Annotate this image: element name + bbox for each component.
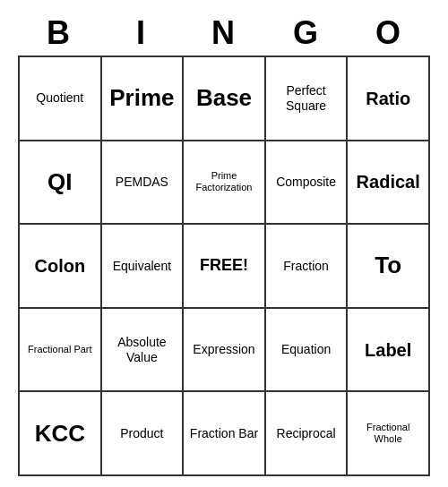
cell-text-r0-c4: Ratio [366,88,410,109]
cell-r3-c2: Expression [184,309,266,393]
cell-r3-c3: Equation [266,309,349,393]
cell-text-r4-c3: Reciprocal [277,426,336,441]
cell-text-r3-c3: Equation [281,342,331,357]
cell-text-r3-c1: Absolute Value [106,335,179,365]
cell-r4-c0: KCC [20,392,102,476]
cell-r4-c4: Fractional Whole [348,392,430,476]
cell-text-r2-c2: FREE! [200,256,248,276]
cell-r1-c0: QI [20,141,102,226]
cell-text-r1-c4: Radical [357,171,420,192]
cell-r0-c4: Ratio [348,57,430,141]
cell-r0-c1: Prime [102,57,185,141]
cell-text-r1-c2: Prime Factorization [187,170,261,193]
cell-text-r0-c2: Base [196,84,252,112]
cell-r2-c4: To [348,225,430,309]
cell-text-r4-c0: KCC [35,420,85,448]
header-letter-B: B [18,11,100,56]
cell-r2-c1: Equivalent [102,225,185,309]
cell-text-r4-c1: Product [120,426,163,441]
cell-text-r3-c2: Expression [193,342,254,357]
cell-r4-c3: Reciprocal [266,392,349,476]
cell-r1-c3: Composite [266,141,349,226]
cell-text-r1-c3: Composite [276,175,336,190]
header-letter-G: G [265,11,348,56]
cell-text-r3-c4: Label [365,339,411,361]
cell-text-r4-c2: Fraction Bar [190,426,258,441]
cell-r2-c3: Fraction [266,225,349,309]
cell-text-r1-c1: PEMDAS [116,175,168,190]
cell-r1-c4: Radical [348,141,430,226]
cell-text-r3-c0: Fractional Part [28,344,92,355]
cell-r4-c1: Product [102,392,185,476]
cell-r2-c0: Colon [20,225,102,309]
cell-r3-c4: Label [348,309,430,393]
cell-r1-c2: Prime Factorization [184,141,266,226]
cell-r2-c2: FREE! [184,225,266,309]
cell-r3-c1: Absolute Value [102,309,185,393]
cell-text-r0-c1: Prime [109,84,174,112]
bingo-card: BINGO QuotientPrimeBasePerfect SquareRat… [18,11,430,476]
cell-text-r2-c0: Colon [34,255,85,277]
cell-text-r0-c3: Perfect Square [270,83,343,114]
cell-text-r1-c0: QI [47,168,72,196]
bingo-header: BINGO [18,11,430,56]
header-letter-I: I [100,11,183,56]
cell-r3-c0: Fractional Part [20,309,102,393]
header-letter-N: N [183,11,265,56]
cell-r0-c0: Quotient [20,57,102,141]
cell-text-r2-c3: Fraction [283,259,329,274]
cell-text-r4-c4: Fractional Whole [351,422,425,445]
cell-text-r2-c4: To [375,252,401,279]
cell-text-r0-c0: Quotient [36,90,83,106]
cell-r4-c2: Fraction Bar [184,392,266,476]
header-letter-O: O [348,11,430,56]
cell-text-r2-c1: Equivalent [113,259,171,274]
cell-r0-c3: Perfect Square [266,57,349,141]
cell-r1-c1: PEMDAS [102,141,185,226]
cell-r0-c2: Base [184,57,266,141]
bingo-grid: QuotientPrimeBasePerfect SquareRatioQIPE… [18,56,430,476]
